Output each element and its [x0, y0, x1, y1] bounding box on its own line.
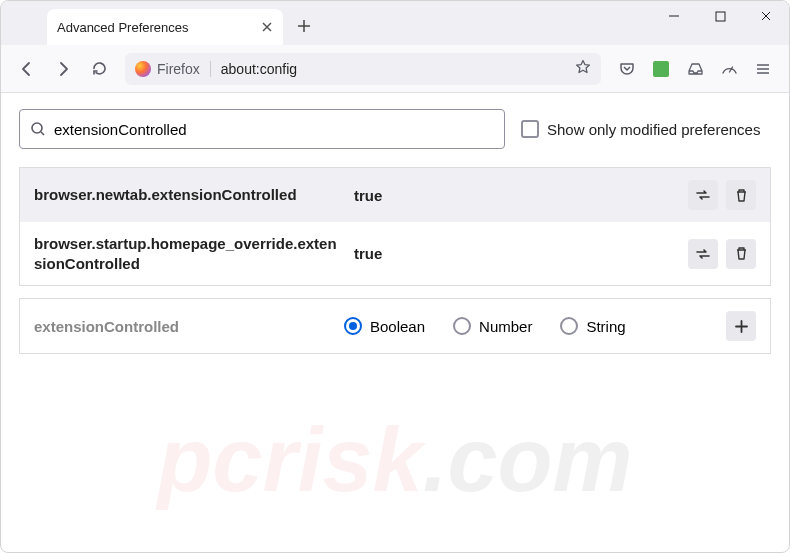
- search-box[interactable]: [19, 109, 505, 149]
- new-tab-button[interactable]: [289, 11, 319, 41]
- show-modified-label: Show only modified preferences: [547, 121, 760, 138]
- search-icon: [30, 121, 46, 137]
- hamburger-menu-icon[interactable]: [747, 53, 779, 85]
- pref-value: true: [354, 187, 678, 204]
- pref-name: browser.startup.homepage_override.extens…: [34, 234, 344, 273]
- pref-row[interactable]: browser.startup.homepage_override.extens…: [20, 222, 770, 285]
- forward-button[interactable]: [47, 53, 79, 85]
- titlebar: Advanced Preferences: [1, 1, 789, 45]
- minimize-button[interactable]: [651, 1, 697, 31]
- radio-icon: [344, 317, 362, 335]
- window-controls: [651, 1, 789, 45]
- close-tab-icon[interactable]: [259, 19, 275, 35]
- pocket-icon[interactable]: [611, 53, 643, 85]
- delete-button[interactable]: [726, 239, 756, 269]
- tab-title: Advanced Preferences: [57, 20, 189, 35]
- content-area: Show only modified preferences browser.n…: [1, 93, 789, 370]
- toggle-button[interactable]: [688, 239, 718, 269]
- maximize-button[interactable]: [697, 1, 743, 31]
- close-window-button[interactable]: [743, 1, 789, 31]
- preferences-list: browser.newtab.extensionControlled true …: [19, 167, 771, 286]
- radio-icon: [453, 317, 471, 335]
- navigation-toolbar: Firefox about:config: [1, 45, 789, 93]
- site-identity[interactable]: Firefox: [135, 61, 211, 77]
- url-text: about:config: [221, 61, 565, 77]
- back-button[interactable]: [11, 53, 43, 85]
- new-pref-name: extensionControlled: [34, 318, 344, 335]
- checkbox-icon: [521, 120, 539, 138]
- svg-point-1: [32, 123, 42, 133]
- speed-icon[interactable]: [713, 53, 745, 85]
- firefox-logo-icon: [135, 61, 151, 77]
- delete-button[interactable]: [726, 180, 756, 210]
- type-radio-boolean[interactable]: Boolean: [344, 317, 425, 335]
- add-pref-button[interactable]: [726, 311, 756, 341]
- show-modified-checkbox[interactable]: Show only modified preferences: [521, 120, 760, 138]
- browser-tab[interactable]: Advanced Preferences: [47, 9, 283, 45]
- radio-label: Number: [479, 318, 532, 335]
- identity-label: Firefox: [157, 61, 200, 77]
- svg-rect-0: [716, 12, 725, 21]
- inbox-icon[interactable]: [679, 53, 711, 85]
- new-pref-row: extensionControlled Boolean Number Strin…: [19, 298, 771, 354]
- pref-value: true: [354, 245, 678, 262]
- toggle-button[interactable]: [688, 180, 718, 210]
- type-radio-string[interactable]: String: [560, 317, 625, 335]
- type-radio-number[interactable]: Number: [453, 317, 532, 335]
- radio-label: String: [586, 318, 625, 335]
- reload-button[interactable]: [83, 53, 115, 85]
- pref-row[interactable]: browser.newtab.extensionControlled true: [20, 168, 770, 222]
- bookmark-star-icon[interactable]: [575, 59, 591, 78]
- watermark: pcrisk.com: [157, 409, 632, 512]
- radio-label: Boolean: [370, 318, 425, 335]
- extension-icon[interactable]: [645, 53, 677, 85]
- pref-name: browser.newtab.extensionControlled: [34, 185, 344, 205]
- url-bar[interactable]: Firefox about:config: [125, 53, 601, 85]
- radio-icon: [560, 317, 578, 335]
- search-input[interactable]: [54, 121, 494, 138]
- type-options: Boolean Number String: [344, 317, 726, 335]
